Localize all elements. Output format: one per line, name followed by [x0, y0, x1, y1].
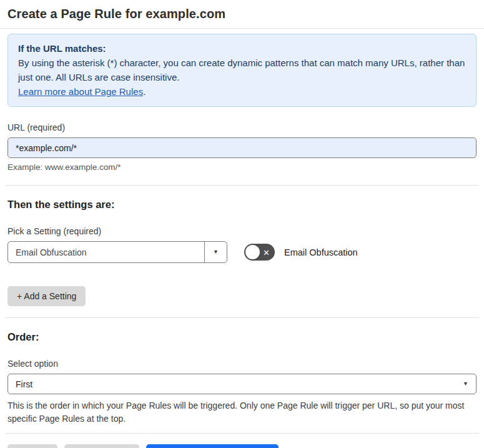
- setting-row: Email Obfuscation ▼ ✕ Email Obfuscation: [7, 241, 477, 263]
- url-example-text: Example: www.example.com/*: [7, 162, 477, 172]
- cancel-button[interactable]: Cancel: [7, 444, 57, 448]
- info-box-body: By using the asterisk (*) character, you…: [18, 56, 466, 84]
- order-heading: Order:: [7, 331, 477, 343]
- settings-heading: Then the settings are:: [7, 199, 477, 211]
- learn-more-link[interactable]: Learn more about Page Rules: [18, 86, 143, 97]
- footer-actions: Cancel Save as Draft Save and Deploy Pag…: [7, 444, 477, 448]
- add-setting-button[interactable]: + Add a Setting: [7, 286, 86, 306]
- setting-dropdown-arrow-button[interactable]: ▼: [204, 242, 227, 262]
- email-obfuscation-toggle-group: ✕ Email Obfuscation: [244, 244, 358, 261]
- toggle-off-x-icon: ✕: [263, 248, 270, 256]
- order-help-text: This is the order in which your Page Rul…: [7, 399, 473, 426]
- url-input[interactable]: [7, 137, 477, 158]
- toggle-label: Email Obfuscation: [284, 247, 358, 257]
- order-select-value: First: [16, 379, 463, 389]
- email-obfuscation-toggle[interactable]: ✕: [244, 244, 275, 261]
- save-as-draft-button[interactable]: Save as Draft: [64, 444, 140, 448]
- url-field-label: URL (required): [7, 122, 477, 132]
- order-select[interactable]: First ▼: [7, 374, 477, 394]
- page-title: Create a Page Rule for example.com: [7, 0, 477, 21]
- info-box-heading: If the URL matches:: [18, 41, 466, 56]
- chevron-down-icon: ▼: [463, 381, 468, 387]
- info-box-link-line: Learn more about Page Rules.: [18, 84, 466, 99]
- url-match-info-box: If the URL matches: By using the asteris…: [7, 34, 477, 107]
- order-select-label: Select option: [7, 359, 477, 369]
- section-divider: [5, 185, 479, 186]
- pick-setting-label: Pick a Setting (required): [7, 226, 477, 236]
- chevron-down-icon: ▼: [213, 249, 219, 255]
- page-rule-form: Create a Page Rule for example.com If th…: [0, 0, 484, 448]
- title-divider: [0, 28, 484, 29]
- setting-dropdown[interactable]: Email Obfuscation ▼: [7, 241, 227, 263]
- save-and-deploy-button[interactable]: Save and Deploy Page Rule: [146, 444, 279, 448]
- section-divider: [5, 317, 479, 318]
- toggle-knob: [245, 245, 260, 259]
- footer-divider: [5, 433, 479, 434]
- link-suffix: .: [143, 86, 146, 97]
- setting-dropdown-value: Email Obfuscation: [8, 242, 204, 262]
